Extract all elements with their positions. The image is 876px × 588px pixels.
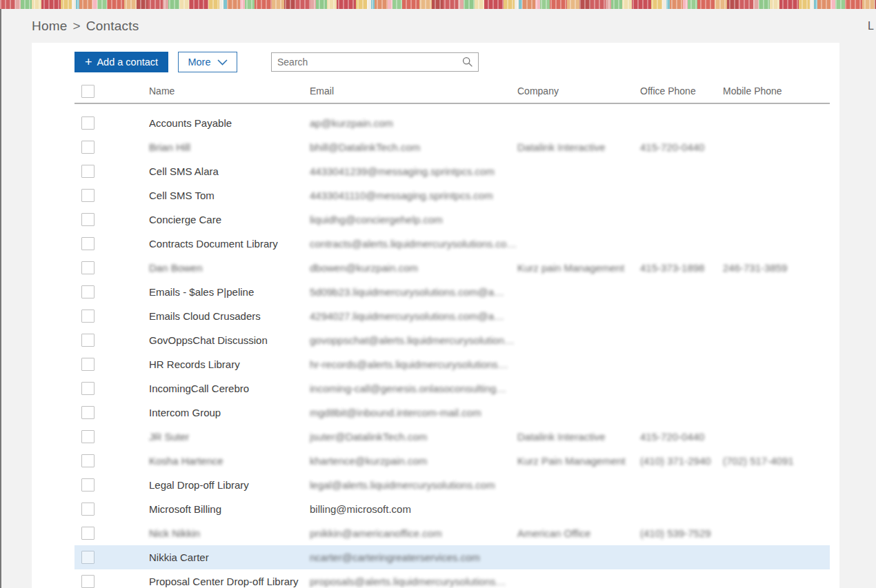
column-header-email[interactable]: Email xyxy=(310,85,517,97)
row-checkbox[interactable] xyxy=(81,430,94,443)
table-row[interactable]: IncomingCall Cerebroincoming-call@genesi… xyxy=(74,376,830,401)
row-checkbox-cell xyxy=(74,189,149,202)
search-box xyxy=(271,52,479,72)
row-checkbox[interactable] xyxy=(81,406,94,419)
cell-name: Emails - $ales P|peline xyxy=(149,286,310,298)
row-checkbox[interactable] xyxy=(81,358,94,371)
cell-email: 5d09b23.liquidmercurysolutions.com@a… xyxy=(310,286,517,298)
row-checkbox[interactable] xyxy=(81,116,94,130)
cell-email: liquidhg@conciergehelp.com xyxy=(310,214,517,225)
cell-name: Legal Drop-off Library xyxy=(149,479,310,491)
cell-name: Kosha Hartence xyxy=(149,455,310,467)
row-checkbox[interactable] xyxy=(81,503,94,516)
table-row[interactable]: JR Suterjsuter@DatalinkTech.comDatalink … xyxy=(74,425,830,449)
cell-email: 4433041239@messaging.sprintpcs.com xyxy=(310,165,517,177)
table-row[interactable]: Concierge Careliquidhg@conciergehelp.com xyxy=(74,207,830,232)
row-checkbox-cell xyxy=(74,141,149,154)
row-checkbox-cell xyxy=(74,503,149,516)
row-checkbox-cell xyxy=(74,575,149,588)
add-contact-button[interactable]: + Add a contact xyxy=(74,52,168,72)
table-row[interactable]: Intercom Groupmgd8bit@inbound.intercom-m… xyxy=(74,401,830,425)
row-checkbox-cell xyxy=(74,454,149,467)
chevron-down-icon xyxy=(211,59,228,65)
cell-email: pnikkin@americanoffice.com xyxy=(310,527,517,539)
row-checkbox[interactable] xyxy=(81,478,94,491)
cell-company: Kurz Pain Management xyxy=(517,455,640,467)
more-button[interactable]: More xyxy=(178,52,237,72)
cell-name: Cell SMS Tom xyxy=(149,190,310,201)
add-contact-label: Add a contact xyxy=(97,57,158,68)
table-row[interactable]: Cell SMS Tom4433041110@messaging.sprintp… xyxy=(74,183,830,207)
cell-company: Datalink Interactive xyxy=(517,141,640,153)
top-right-clipped-text: L xyxy=(868,20,874,32)
window-left-border xyxy=(0,9,1,588)
table-row[interactable]: Proposal Center Drop-off Libraryproposal… xyxy=(74,569,830,588)
row-checkbox-cell xyxy=(74,478,149,491)
row-checkbox-cell xyxy=(74,310,149,323)
toolbar: + Add a contact More xyxy=(74,51,479,73)
table-row[interactable]: Nick Nikkinpnikkin@americanoffice.comAme… xyxy=(74,521,830,545)
table-row[interactable]: Contracts Document Librarycontracts@aler… xyxy=(74,232,830,256)
table-row[interactable]: Nikkia Carterncarter@carteringreaterserv… xyxy=(74,545,830,569)
table-header-row: Name Email Company Office Phone Mobile P… xyxy=(74,79,830,104)
cell-office-phone: (410) 539-7529 xyxy=(640,527,723,539)
cell-mobile-phone: 246-731-3859 xyxy=(723,262,830,274)
row-checkbox[interactable] xyxy=(81,382,94,395)
row-checkbox[interactable] xyxy=(81,213,94,226)
table-row[interactable]: Dan Bowendbowen@kurzpain.comKurz pain Ma… xyxy=(74,256,830,280)
column-header-company[interactable]: Company xyxy=(517,85,640,97)
row-checkbox-cell xyxy=(74,358,149,371)
cell-name: Proposal Center Drop-off Library xyxy=(149,576,310,587)
cell-email: jsuter@DatalinkTech.com xyxy=(310,431,517,443)
table-row[interactable]: Legal Drop-off Librarylegal@alerts.liqui… xyxy=(74,473,830,497)
cell-email: ap@kurzpain.com xyxy=(310,117,517,129)
cell-email: khartence@kurzpain.com xyxy=(310,455,517,467)
cell-name: Accounts Payable xyxy=(149,117,310,129)
table-row[interactable]: Emails - $ales P|peline5d09b23.liquidmer… xyxy=(74,280,830,304)
row-checkbox[interactable] xyxy=(81,310,94,323)
row-checkbox[interactable] xyxy=(81,165,94,178)
cell-name: HR Records Library xyxy=(149,358,310,370)
row-checkbox[interactable] xyxy=(81,454,94,467)
cell-mobile-phone: (702) 517-4091 xyxy=(723,455,830,467)
row-checkbox[interactable] xyxy=(81,189,94,202)
select-all-checkbox[interactable] xyxy=(81,85,94,98)
row-checkbox[interactable] xyxy=(81,575,94,588)
table-row[interactable]: GovOppsChat Discussiongovoppschat@alerts… xyxy=(74,328,830,352)
breadcrumb-home-link[interactable]: Home xyxy=(32,19,67,33)
column-header-office-phone[interactable]: Office Phone xyxy=(640,85,723,97)
row-checkbox-cell xyxy=(74,406,149,419)
cell-email: hr-records@alerts.liquidmercurysolutions… xyxy=(310,358,517,370)
row-checkbox[interactable] xyxy=(81,261,94,274)
cell-company: Datalink Interactive xyxy=(517,431,640,443)
breadcrumb-separator: > xyxy=(72,19,80,33)
row-checkbox[interactable] xyxy=(81,551,94,564)
row-checkbox[interactable] xyxy=(81,285,94,298)
table-row[interactable]: Brian Hillbhill@DatalinkTech.comDatalink… xyxy=(74,135,830,159)
cell-name: Brian Hill xyxy=(149,141,310,153)
row-checkbox[interactable] xyxy=(81,237,94,250)
row-checkbox-cell xyxy=(74,527,149,540)
row-checkbox[interactable] xyxy=(81,334,94,347)
search-icon[interactable] xyxy=(462,57,473,68)
cell-office-phone: 415-373-1898 xyxy=(640,262,723,274)
column-header-name[interactable]: Name xyxy=(149,85,310,97)
row-checkbox[interactable] xyxy=(81,141,94,154)
table-row[interactable]: Accounts Payableap@kurzpain.com xyxy=(74,111,830,135)
table-row[interactable]: Emails Cloud Crusaders4294027.liquidmerc… xyxy=(74,304,830,328)
table-row[interactable]: Kosha Hartencekhartence@kurzpain.comKurz… xyxy=(74,449,830,473)
contacts-panel: + Add a contact More Name Email Company … xyxy=(32,43,839,588)
cell-name: Emails Cloud Crusaders xyxy=(149,310,310,322)
table-row[interactable]: Cell SMS Alara4433041239@messaging.sprin… xyxy=(74,159,830,183)
search-input[interactable] xyxy=(272,54,462,70)
cell-email: contracts@alerts.liquidmercurysolutions.… xyxy=(310,238,517,250)
row-checkbox-cell xyxy=(74,430,149,443)
cell-email: govoppschat@alerts.liquidmercurysolution… xyxy=(310,334,517,346)
row-checkbox[interactable] xyxy=(81,527,94,540)
column-header-mobile-phone[interactable]: Mobile Phone xyxy=(723,85,830,97)
cell-name: Intercom Group xyxy=(149,407,310,418)
table-row[interactable]: HR Records Libraryhr-records@alerts.liqu… xyxy=(74,352,830,376)
table-row[interactable]: Microsoft Billingbilling@microsoft.com xyxy=(74,497,830,521)
row-checkbox-cell xyxy=(74,285,149,298)
cell-name: Dan Bowen xyxy=(149,262,310,274)
